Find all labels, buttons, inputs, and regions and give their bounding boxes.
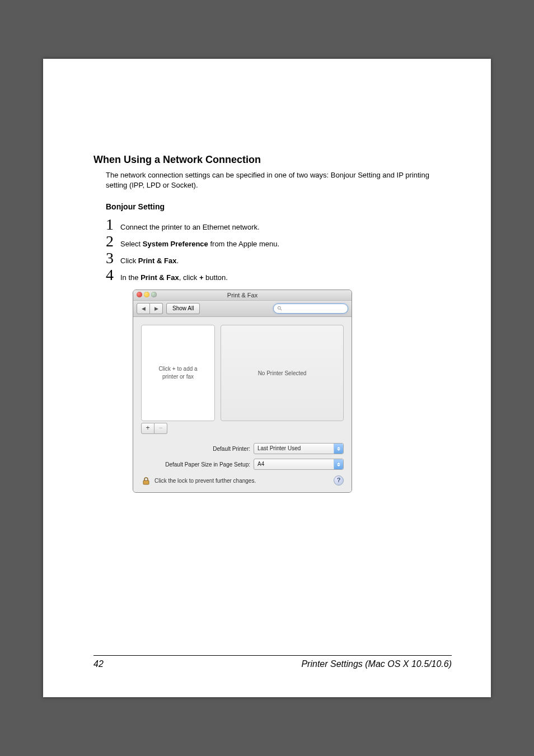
- no-printer-label: No Printer Selected: [258, 370, 307, 376]
- step-1: 1 Connect the printer to an Ethernet net…: [106, 217, 452, 232]
- back-button[interactable]: ◀: [137, 303, 150, 314]
- svg-rect-2: [143, 480, 149, 484]
- add-printer-button[interactable]: +: [141, 423, 154, 434]
- document-page: When Using a Network Connection The netw…: [43, 59, 491, 697]
- printer-list-placeholder: Click + to add a printer or fax: [158, 365, 197, 381]
- svg-point-0: [278, 306, 280, 309]
- footer-title: Printer Settings (Mac OS X 10.5/10.6): [301, 659, 452, 669]
- forward-button[interactable]: ▶: [150, 303, 163, 314]
- footer-rule: [93, 655, 452, 656]
- printer-list[interactable]: Click + to add a printer or fax: [141, 325, 215, 421]
- printer-detail-pane: No Printer Selected: [221, 325, 344, 421]
- step-3: 3 Click Print & Fax.: [106, 250, 452, 266]
- traffic-lights: [137, 292, 157, 297]
- remove-printer-button: −: [154, 423, 167, 434]
- zoom-icon: [151, 292, 157, 297]
- chevron-updown-icon: [334, 444, 343, 454]
- paper-size-label: Default Paper Size in Page Setup:: [141, 461, 254, 468]
- section-heading: When Using a Network Connection: [93, 154, 452, 166]
- print-fax-window: Print & Fax ◀ ▶ Show All: [133, 290, 352, 493]
- window-body: Click + to add a printer or fax No Print…: [133, 317, 352, 492]
- default-printer-value: Last Printer Used: [257, 445, 301, 451]
- intro-paragraph: The network connection settings can be s…: [106, 170, 452, 190]
- sub-heading: Bonjour Setting: [106, 202, 452, 211]
- step-text: Connect the printer to an Ethernet netwo…: [120, 220, 260, 231]
- window-toolbar: ◀ ▶ Show All: [133, 301, 352, 317]
- default-printer-label: Default Printer:: [141, 446, 254, 452]
- search-input[interactable]: [273, 304, 348, 314]
- step-number: 2: [106, 234, 120, 249]
- step-text: In the Print & Fax, click + button.: [120, 270, 228, 282]
- lock-icon[interactable]: [141, 475, 151, 486]
- svg-line-1: [280, 309, 282, 311]
- paper-size-value: A4: [257, 461, 264, 467]
- page-number: 42: [93, 659, 104, 669]
- nav-buttons: ◀ ▶: [137, 303, 163, 314]
- add-remove-buttons: + −: [141, 423, 344, 434]
- step-text: Click Print & Fax.: [120, 253, 179, 265]
- step-number: 3: [106, 250, 120, 266]
- minimize-icon[interactable]: [144, 292, 149, 297]
- step-4: 4 In the Print & Fax, click + button.: [106, 267, 452, 283]
- paper-size-select[interactable]: A4: [254, 459, 344, 470]
- step-number: 1: [106, 217, 120, 232]
- step-text: Select System Preference from the Apple …: [120, 236, 279, 248]
- close-icon[interactable]: [137, 292, 142, 297]
- step-number: 4: [106, 267, 120, 283]
- show-all-button[interactable]: Show All: [166, 303, 200, 314]
- window-titlebar: Print & Fax: [133, 290, 352, 301]
- chevron-updown-icon: [334, 459, 343, 469]
- window-title: Print & Fax: [227, 292, 257, 298]
- step-2: 2 Select System Preference from the Appl…: [106, 234, 452, 249]
- default-printer-select[interactable]: Last Printer Used: [254, 443, 344, 454]
- paper-size-row: Default Paper Size in Page Setup: A4: [141, 459, 344, 470]
- search-icon: [277, 306, 283, 311]
- default-printer-row: Default Printer: Last Printer Used: [141, 443, 344, 454]
- page-footer: 42 Printer Settings (Mac OS X 10.5/10.6): [93, 655, 452, 669]
- help-button[interactable]: ?: [334, 475, 344, 486]
- lock-text: Click the lock to prevent further change…: [154, 478, 330, 484]
